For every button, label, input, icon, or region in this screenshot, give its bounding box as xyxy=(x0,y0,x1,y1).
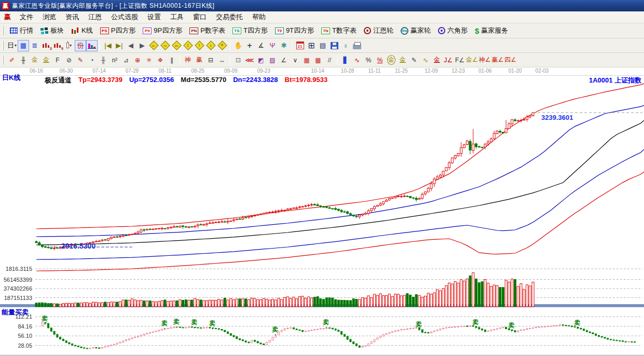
menu-item-江恩[interactable]: 江恩 xyxy=(84,11,106,23)
tool-zoom-up[interactable]: ↑ xyxy=(194,40,205,51)
tool-hand-tool[interactable]: ✋ xyxy=(232,40,244,51)
tool-volume-profile[interactable] xyxy=(86,40,98,51)
tool-period-day[interactable]: 日▾ xyxy=(6,40,18,51)
tool-pen-angle[interactable]: ✎ xyxy=(75,54,86,66)
toolbar-button-kline[interactable]: K线 xyxy=(67,24,97,37)
tool-wave-gold[interactable]: ∿ xyxy=(420,54,431,66)
tool-angle-ying[interactable]: 赢∠ xyxy=(491,54,504,66)
toolbar-button-9p-square[interactable]: P99P四方形 xyxy=(139,24,186,37)
tool-check-wave[interactable]: ∨ xyxy=(290,54,301,66)
menu-item-资讯[interactable]: 资讯 xyxy=(61,11,84,23)
tool-pen-flag[interactable]: ✎ xyxy=(408,54,420,66)
tool-angle-measure[interactable]: ∡ xyxy=(255,40,267,51)
tool-angle-f[interactable]: F∠ xyxy=(454,54,465,66)
tool-grid-gold-2[interactable]: 金 xyxy=(40,54,52,66)
menu-item-浏览[interactable]: 浏览 xyxy=(38,11,61,23)
tool-info-panel[interactable]: ≣ xyxy=(29,40,40,51)
tool-pattern-stamp[interactable]: 份 xyxy=(75,40,86,51)
tool-web-link[interactable]: ♁ xyxy=(340,40,351,51)
menu-item-交易委托[interactable]: 交易委托 xyxy=(211,11,248,23)
toolbar-button-t-number[interactable]: TNT数字表 xyxy=(318,24,360,37)
tool-gold-circle[interactable]: 金 xyxy=(386,54,397,66)
tool-print[interactable] xyxy=(351,40,363,51)
tool-gold-line[interactable]: 金 xyxy=(397,54,408,66)
tool-grid-gold-1[interactable]: 金 xyxy=(29,54,40,66)
toolbar-button-quotes[interactable]: 行情 xyxy=(6,24,37,37)
tool-box-tool[interactable]: ⊡ xyxy=(232,54,244,66)
menu-item-文件[interactable]: 文件 xyxy=(15,11,38,23)
menu-item-公式选股[interactable]: 公式选股 xyxy=(106,11,143,23)
tool-gold-red[interactable]: 金 xyxy=(431,54,443,66)
tool-gann-fan-tool[interactable]: Ψ xyxy=(267,40,278,51)
tool-nav-last[interactable]: ▶| xyxy=(114,40,125,51)
menu-item-帮助[interactable]: 帮助 xyxy=(248,11,270,23)
tool-grid-red-box[interactable]: ▩ xyxy=(312,54,324,66)
menu-item-设置[interactable]: 设置 xyxy=(143,11,166,23)
chart-region[interactable]: 06-1606-3007-1407-2808-1108-2509-0909-23… xyxy=(0,67,644,356)
toolbar-button-p-square[interactable]: PSP四方形 xyxy=(97,24,140,37)
tool-grid-plain[interactable]: ╫ xyxy=(18,54,29,66)
tool-grid-dense[interactable]: ╫ xyxy=(98,54,109,66)
tool-crosshair-tool[interactable]: + xyxy=(244,40,255,51)
tool-calendar[interactable]: 21 xyxy=(294,40,306,51)
tool-grid-shen[interactable]: 神 xyxy=(182,54,194,66)
menu-item-窗口[interactable]: 窗口 xyxy=(188,11,211,23)
tool-mini-chart-9[interactable]: 9 xyxy=(52,40,63,51)
tool-angle-j[interactable]: J∠ xyxy=(443,54,454,66)
tool-save[interactable] xyxy=(328,40,340,51)
toolbar-button-9t-square[interactable]: T99T四方形 xyxy=(271,24,318,37)
tool-time-circle[interactable]: ◔ xyxy=(86,54,98,66)
tool-zoom-down[interactable]: ↓ xyxy=(205,40,216,51)
tool-percent-wave[interactable]: ∿ xyxy=(351,54,363,66)
toolbar-button-winner-wheel[interactable]: Big赢家轮 xyxy=(397,24,434,37)
tool-grid-ying[interactable]: 赢 xyxy=(194,54,205,66)
tool-span-arrow[interactable]: ↔ xyxy=(216,54,228,66)
tool-percent[interactable]: % xyxy=(363,54,374,66)
tool-angle-gold[interactable]: 金∠ xyxy=(465,54,478,66)
tool-zoom-v[interactable]: ↕ xyxy=(182,40,194,51)
toolbar-button-p-number[interactable]: PNP数字表 xyxy=(186,24,229,37)
tool-zoom-right[interactable]: → xyxy=(159,40,171,51)
tool-angle-ruler[interactable]: ⊿ xyxy=(120,54,132,66)
tool-candle-style[interactable]: ▾ xyxy=(63,40,75,51)
tool-grid-box-purple[interactable]: ▨ xyxy=(267,54,278,66)
tool-zoom-left[interactable]: ← xyxy=(148,40,159,51)
tool-angle-si[interactable]: 四∠ xyxy=(504,54,517,66)
tool-grid-123[interactable]: ⊟ xyxy=(205,54,216,66)
tool-grid-f[interactable]: F xyxy=(52,54,63,66)
tool-nav-first[interactable]: |◀ xyxy=(102,40,114,51)
tool-notes[interactable]: ▤ xyxy=(317,40,328,51)
tool-fan-red[interactable]: ⋘ xyxy=(244,54,255,66)
web-link-icon: ♁ xyxy=(343,42,348,49)
tool-percent-line[interactable]: % xyxy=(374,54,386,66)
toolbar-button-winner-service[interactable]: $赢家服务 xyxy=(471,24,512,37)
tool-target-red[interactable]: ⊕ xyxy=(132,54,143,66)
tool-angle-shen[interactable]: 神∠ xyxy=(478,54,491,66)
tool-draw-pen[interactable]: ✐ xyxy=(6,54,18,66)
tool-calculator[interactable]: ⊞ xyxy=(306,40,317,51)
tool-zoom-all[interactable]: + xyxy=(216,40,228,51)
tool-grid-red[interactable]: ▦ xyxy=(301,54,312,66)
toolbar-button-gann-wheel[interactable]: 江恩轮 xyxy=(360,24,397,37)
toolbar-button-hexagon[interactable]: 六角形 xyxy=(434,24,471,37)
tool-spiral-5[interactable]: ⊘ xyxy=(63,54,75,66)
tool-nav-prev[interactable]: ◀ xyxy=(125,40,136,51)
tool-slash-lines[interactable]: // xyxy=(324,54,335,66)
tool-zoom-h[interactable]: ↔ xyxy=(171,40,182,51)
tool-mini-chart-3[interactable]: 3 xyxy=(40,40,52,51)
tool-cycle-tool[interactable]: ❃ xyxy=(278,40,290,51)
tool-nav-next[interactable]: ▶ xyxy=(136,40,148,51)
menu-item-工具[interactable]: 工具 xyxy=(166,11,188,23)
tool-blue-bars[interactable]: ▋ xyxy=(340,54,351,66)
tool-fan-box-purple[interactable]: ◩ xyxy=(255,54,267,66)
tool-angle-lines[interactable]: ∠ xyxy=(278,54,290,66)
tool-star-grid[interactable]: ✳ xyxy=(143,54,155,66)
tool-web-grid[interactable]: ❖ xyxy=(155,54,166,66)
tool-n-squared[interactable]: n² xyxy=(109,54,120,66)
tool-k-marks[interactable]: ∥ xyxy=(166,54,177,66)
toolbar-button-sectors[interactable]: 板块 xyxy=(37,24,67,37)
title-bar[interactable]: 赢 赢家江恩专业版[赢家内部服务平台] - [上证指数 SH1A0001-167… xyxy=(0,0,644,11)
toolbar-button-t-square[interactable]: TST四方形 xyxy=(229,24,271,37)
tool-chart-window[interactable]: ▦ xyxy=(18,40,29,51)
kline-chart-canvas[interactable] xyxy=(0,67,644,356)
